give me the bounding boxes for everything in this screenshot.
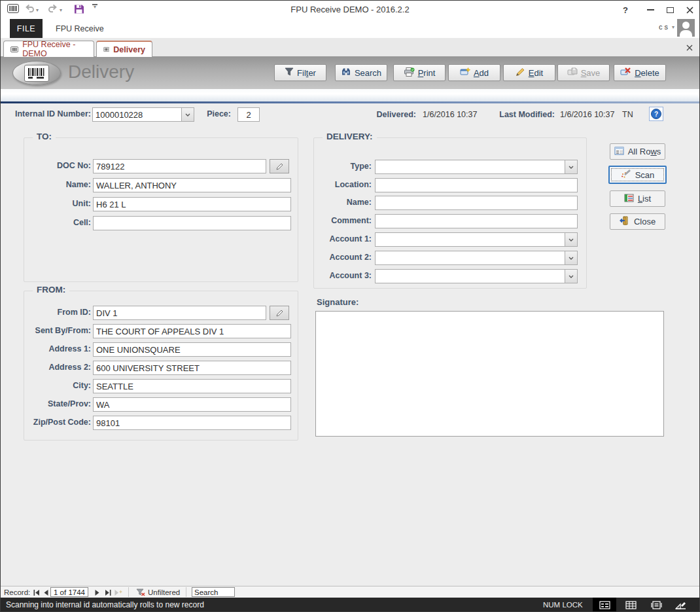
first-record-icon (33, 590, 40, 596)
undo-button[interactable]: ▾ (24, 4, 39, 16)
zip-label: Zip/Post Code: (24, 418, 91, 427)
app-window: ▾ ▾ ▾ FPU Receive DEMO - 2016.2.2 ? FILE… (0, 0, 700, 612)
doc-tab-label: Delivery (113, 45, 145, 54)
add-button[interactable]: Add (448, 64, 500, 81)
divider (186, 587, 186, 597)
pencil-icon (275, 309, 284, 317)
edit-button[interactable]: Edit (503, 64, 555, 81)
address2-input[interactable] (93, 361, 291, 375)
design-view-button[interactable] (669, 598, 692, 612)
doc-tab-label: FPU Receive - DEMO (22, 40, 87, 58)
chevron-down-icon[interactable] (565, 251, 577, 264)
all-rows-button[interactable]: All Rows (610, 143, 665, 160)
pencil-icon (516, 67, 525, 79)
search-button[interactable]: Search (335, 64, 387, 81)
last-record-button[interactable] (103, 588, 113, 597)
delete-button[interactable]: Delete (614, 64, 666, 81)
state-input[interactable] (93, 397, 291, 412)
status-message: Scanning into internal id automatically … (6, 600, 204, 609)
cell-input[interactable] (93, 216, 291, 230)
maximize-button[interactable] (661, 3, 678, 16)
first-record-button[interactable] (31, 588, 41, 597)
delivery-name-input[interactable] (375, 196, 578, 210)
close-window-button[interactable] (681, 3, 698, 16)
app-icon[interactable] (7, 4, 19, 13)
redo-button[interactable]: ▾ (48, 4, 62, 16)
filter-state-button[interactable]: Unfiltered (136, 588, 192, 597)
user-menu[interactable]: c s ▾ (659, 23, 674, 31)
scan-button[interactable]: Scan (608, 166, 667, 184)
type-input[interactable] (375, 160, 578, 174)
pencil-icon (275, 162, 284, 171)
from-id-label: From ID: (24, 308, 91, 317)
doc-tab-fpu-receive-demo[interactable]: FPU Receive - DEMO (3, 41, 94, 57)
close-button[interactable]: Close (610, 213, 665, 230)
location-input[interactable] (375, 178, 578, 192)
filter-button[interactable]: Filter (274, 64, 326, 81)
account3-input[interactable] (375, 269, 578, 283)
minimize-button[interactable] (642, 3, 659, 16)
zip-input[interactable] (93, 416, 291, 430)
delivery-section: DELIVERY: Type: Location: Name: Comment:… (313, 137, 587, 289)
ribbon-tab-row: FILE FPU Receive c s ▾ (1, 19, 699, 38)
type-combo[interactable] (375, 160, 578, 174)
doc-no-input[interactable] (93, 159, 266, 173)
tab-file[interactable]: FILE (10, 19, 43, 38)
account3-combo[interactable] (375, 269, 578, 283)
account1-combo[interactable] (375, 232, 578, 247)
city-input[interactable] (93, 379, 291, 393)
close-document-button[interactable] (685, 43, 694, 52)
chevron-down-icon[interactable] (565, 160, 577, 173)
layout-view-button[interactable] (644, 598, 668, 612)
account2-input[interactable] (375, 251, 578, 265)
piece-input[interactable] (237, 107, 260, 122)
close-icon (686, 7, 693, 14)
signature-box[interactable] (315, 311, 664, 437)
help-window-button[interactable]: ? (617, 3, 634, 16)
redo-dropdown-icon[interactable]: ▾ (60, 7, 62, 13)
avatar[interactable] (677, 19, 695, 37)
help-button[interactable]: ? (649, 107, 663, 121)
account1-input[interactable] (375, 232, 578, 247)
title-bar: ▾ ▾ ▾ FPU Receive DEMO - 2016.2.2 ? (1, 1, 699, 19)
datasheet-view-button[interactable] (619, 598, 642, 612)
design-view-icon (675, 601, 686, 609)
form-view-icon (599, 601, 610, 609)
previous-record-button[interactable] (41, 588, 51, 597)
customize-qat-button[interactable]: ▾ (92, 4, 97, 9)
from-section: FROM: From ID: Sent By/From: Address 1: … (24, 291, 298, 441)
tab-fpu-receive[interactable]: FPU Receive (50, 19, 109, 38)
minimize-icon (647, 9, 654, 10)
chevron-down-icon[interactable] (565, 233, 577, 246)
internal-id-combo[interactable] (92, 107, 194, 122)
save-button[interactable]: Save (557, 64, 610, 81)
from-id-edit-button[interactable] (270, 306, 289, 320)
form-view-button[interactable] (593, 598, 616, 612)
record-position[interactable]: 1 of 1744 (50, 587, 88, 597)
svg-text:?: ? (654, 111, 658, 118)
doc-tab-delivery[interactable]: Delivery (96, 41, 152, 57)
internal-id-input[interactable] (92, 107, 194, 122)
from-id-input[interactable] (93, 306, 266, 320)
print-button[interactable]: Print (393, 64, 446, 81)
comment-input[interactable] (375, 214, 578, 228)
chevron-down-icon[interactable] (181, 108, 194, 121)
save-quick-button[interactable] (74, 4, 84, 17)
address1-input[interactable] (93, 342, 291, 357)
undo-dropdown-icon[interactable]: ▾ (36, 7, 39, 13)
to-name-input[interactable] (93, 178, 291, 192)
doc-no-edit-button[interactable] (270, 159, 289, 173)
list-button[interactable]: List (610, 190, 665, 207)
layout-view-icon (651, 601, 662, 609)
address2-label: Address 2: (24, 363, 91, 372)
internal-id-label: Internal ID Number: (9, 109, 91, 118)
sent-by-input[interactable] (93, 324, 291, 338)
account2-combo[interactable] (375, 251, 578, 265)
new-record-button[interactable] (114, 588, 124, 597)
record-search-input[interactable] (192, 587, 235, 597)
save-icon (74, 4, 84, 17)
unit-input[interactable] (93, 197, 291, 211)
page-title: Delivery (68, 62, 134, 82)
next-record-button[interactable] (92, 588, 102, 597)
chevron-down-icon[interactable] (565, 270, 577, 283)
